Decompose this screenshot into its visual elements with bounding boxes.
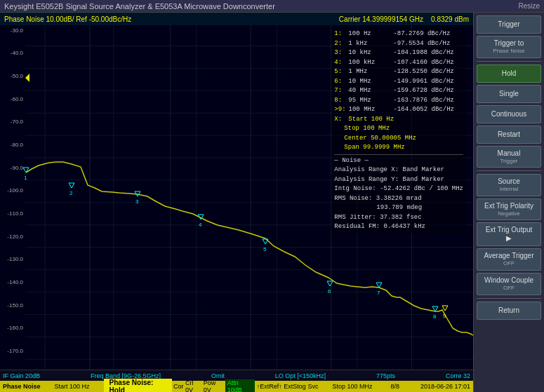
page-label: 8/8 (390, 383, 399, 390)
restart-button[interactable]: Restart (477, 126, 541, 144)
datetime: 2018-06-26 17:01 (420, 383, 470, 390)
svg-text:-160.0: -160.0 (7, 325, 23, 331)
window-couple-button[interactable]: Window Couple OFF (477, 273, 541, 295)
sidebar-separator-2 (477, 170, 541, 171)
chart-header-left: Phase Noise 10.00dB/ Ref -50.00dBc/Hz (4, 15, 131, 23)
svg-text:9: 9 (443, 313, 446, 319)
trigger-button[interactable]: Trigger (477, 15, 541, 34)
stop-label: Stop 100 MHz (332, 383, 372, 390)
svg-text:-110.0: -110.0 (7, 210, 23, 217)
continuous-button[interactable]: Continuous (477, 105, 541, 123)
bottom-combined: Phase Noise Start 100 Hz Phase Noise: Ho… (0, 381, 473, 392)
svg-text:-50.0: -50.0 (11, 73, 24, 79)
svg-text:-170.0: -170.0 (7, 348, 23, 354)
sidebar-separator-1 (477, 61, 541, 62)
chart-container: Phase Noise 10.00dB/ Ref -50.00dBc/Hz Ca… (0, 13, 474, 392)
svg-text:2: 2 (69, 190, 73, 196)
start-label: Start 100 Hz (55, 383, 90, 390)
chart-header: Phase Noise 10.00dB/ Ref -50.00dBc/Hz Ca… (0, 13, 473, 25)
ext-trig-polarity-button[interactable]: Ext Trig Polarity Negative (477, 198, 541, 221)
average-trigger-button[interactable]: Average Trigger OFF (477, 248, 541, 271)
phase-noise-label: Phase Noise (3, 383, 41, 390)
svg-text:-70.0: -70.0 (11, 119, 24, 125)
hold-badge-text: Phase Noise: Hold (104, 379, 172, 392)
sidebar: Trigger Trigger to Phase Noise Hold Sing… (474, 13, 544, 392)
lo-opt: LO Opt [<150kHz] (275, 372, 326, 379)
svg-text:5: 5 (263, 246, 267, 252)
svg-text:6: 6 (328, 288, 331, 295)
main-layout: Phase Noise 10.00dB/ Ref -50.00dBc/Hz Ca… (0, 13, 544, 392)
data-overlay: 1: 100 Hz -87.2769 dBc/Hz 2: 1 kHz -97.5… (331, 28, 466, 234)
manual-trigger-button[interactable]: Manual Trigger (477, 146, 541, 168)
svg-text:-40.0: -40.0 (11, 50, 24, 56)
omit: Omit (211, 372, 225, 379)
sidebar-separator-3 (477, 298, 541, 299)
resize-button[interactable]: Resize (518, 2, 540, 10)
pts: 775pts (376, 372, 395, 379)
return-button[interactable]: Return (477, 302, 541, 320)
ext-trig-output-button[interactable]: Ext Trig Output ▶ (477, 222, 541, 246)
hold-button[interactable]: Hold (477, 65, 541, 83)
chart-body: -30.0 -40.0 -50.0 -60.0 -70.0 -80.0 -90.… (0, 25, 473, 370)
single-button[interactable]: Single (477, 85, 541, 103)
svg-text:8: 8 (433, 313, 437, 320)
svg-text:-100.0: -100.0 (7, 187, 23, 194)
chart-carrier-info: Carrier 14.399999154 GHz 0.8329 dBm (339, 15, 469, 23)
svg-text:-80.0: -80.0 (11, 142, 24, 148)
phase-noise-bar: Phase Noise Start 100 Hz Phase Noise: Ho… (0, 381, 473, 392)
svg-text:-150.0: -150.0 (7, 302, 23, 309)
hold-badge: Phase Noise: Hold Cor Crl 0V Pow 0V Attn… (104, 379, 319, 392)
title-bar: Keysight E5052B Signal Source Analyzer &… (0, 0, 544, 13)
svg-text:-30.0: -30.0 (11, 27, 24, 34)
svg-text:4: 4 (199, 222, 202, 228)
source-button[interactable]: Source Internal (477, 174, 541, 196)
svg-text:3: 3 (135, 198, 139, 205)
svg-text:-120.0: -120.0 (7, 234, 23, 240)
svg-text:-130.0: -130.0 (7, 256, 23, 262)
arrow-icon: ▶ (506, 234, 512, 243)
freq-band: Freq Band [9G-26.5GHz] (91, 372, 161, 379)
corr: Corre 32 (446, 372, 470, 379)
if-gain: IF Gain 20dB (3, 372, 40, 379)
svg-text:-60.0: -60.0 (11, 96, 24, 102)
svg-text:-140.0: -140.0 (7, 279, 23, 285)
svg-text:1: 1 (24, 175, 27, 181)
trigger-to-phase-noise-button[interactable]: Trigger to Phase Noise (477, 36, 541, 58)
svg-text:-90.0: -90.0 (11, 165, 24, 171)
svg-text:7: 7 (377, 290, 380, 296)
app-title: Keysight E5052B Signal Source Analyzer &… (4, 2, 275, 11)
